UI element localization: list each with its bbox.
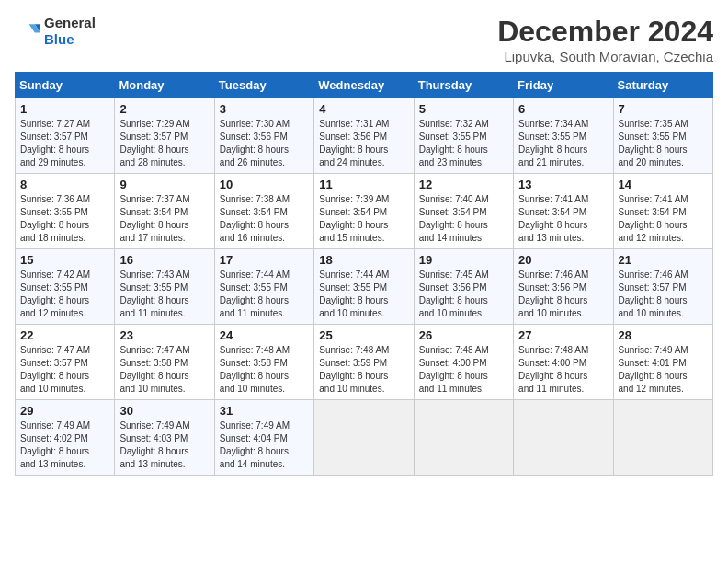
day-cell: 22Sunrise: 7:47 AM Sunset: 3:57 PM Dayli…: [16, 325, 115, 400]
day-detail: Sunrise: 7:41 AM Sunset: 3:54 PM Dayligh…: [619, 194, 688, 243]
day-number: 12: [419, 178, 508, 191]
location-title: Lipuvka, South Moravian, Czechia: [497, 49, 713, 64]
page-header: General Blue December 2024 Lipuvka, Sout…: [15, 15, 713, 64]
day-detail: Sunrise: 7:40 AM Sunset: 3:54 PM Dayligh…: [419, 194, 489, 243]
day-detail: Sunrise: 7:48 AM Sunset: 3:59 PM Dayligh…: [319, 345, 389, 394]
day-number: 7: [619, 102, 708, 116]
day-number: 31: [220, 404, 309, 418]
day-cell: 4Sunrise: 7:31 AM Sunset: 3:56 PM Daylig…: [314, 98, 414, 174]
day-number: 26: [419, 328, 508, 342]
day-cell: 15Sunrise: 7:42 AM Sunset: 3:55 PM Dayli…: [16, 249, 115, 325]
day-detail: Sunrise: 7:30 AM Sunset: 3:56 PM Dayligh…: [220, 119, 290, 167]
day-cell: 8Sunrise: 7:36 AM Sunset: 3:55 PM Daylig…: [16, 174, 115, 249]
day-detail: Sunrise: 7:43 AM Sunset: 3:55 PM Dayligh…: [119, 270, 189, 318]
day-detail: Sunrise: 7:37 AM Sunset: 3:54 PM Dayligh…: [119, 194, 189, 243]
day-cell: 6Sunrise: 7:34 AM Sunset: 3:55 PM Daylig…: [514, 98, 613, 174]
day-detail: Sunrise: 7:31 AM Sunset: 3:56 PM Dayligh…: [319, 119, 389, 167]
day-number: 1: [20, 102, 109, 116]
day-number: 13: [518, 178, 608, 191]
logo-icon: [15, 18, 40, 44]
day-cell: 24Sunrise: 7:48 AM Sunset: 3:58 PM Dayli…: [214, 325, 313, 400]
week-row-0: 1Sunrise: 7:27 AM Sunset: 3:57 PM Daylig…: [16, 98, 713, 174]
day-cell: 23Sunrise: 7:47 AM Sunset: 3:58 PM Dayli…: [115, 325, 214, 400]
day-cell: 9Sunrise: 7:37 AM Sunset: 3:54 PM Daylig…: [115, 174, 214, 249]
day-detail: Sunrise: 7:44 AM Sunset: 3:55 PM Dayligh…: [220, 270, 290, 318]
calendar-body: 1Sunrise: 7:27 AM Sunset: 3:57 PM Daylig…: [16, 98, 713, 476]
day-number: 22: [20, 328, 109, 342]
day-number: 3: [220, 102, 309, 116]
day-detail: Sunrise: 7:35 AM Sunset: 3:55 PM Dayligh…: [619, 119, 688, 167]
day-detail: Sunrise: 7:27 AM Sunset: 3:57 PM Dayligh…: [20, 119, 90, 167]
month-title: December 2024: [497, 15, 713, 49]
day-cell: 2Sunrise: 7:29 AM Sunset: 3:57 PM Daylig…: [115, 98, 214, 174]
day-cell: 1Sunrise: 7:27 AM Sunset: 3:57 PM Daylig…: [16, 98, 115, 174]
day-number: 20: [518, 253, 608, 267]
day-number: 30: [119, 404, 209, 418]
day-cell: 3Sunrise: 7:30 AM Sunset: 3:56 PM Daylig…: [214, 98, 313, 174]
day-cell: 26Sunrise: 7:48 AM Sunset: 4:00 PM Dayli…: [414, 325, 513, 400]
day-cell: 25Sunrise: 7:48 AM Sunset: 3:59 PM Dayli…: [314, 325, 414, 400]
day-number: 16: [119, 253, 209, 267]
weekday-row: Sunday Monday Tuesday Wednesday Thursday…: [16, 73, 713, 98]
day-detail: Sunrise: 7:34 AM Sunset: 3:55 PM Dayligh…: [518, 119, 588, 167]
day-cell: [414, 400, 513, 476]
day-number: 23: [119, 328, 209, 342]
week-row-4: 29Sunrise: 7:49 AM Sunset: 4:02 PM Dayli…: [16, 400, 713, 476]
day-detail: Sunrise: 7:48 AM Sunset: 4:00 PM Dayligh…: [419, 345, 489, 394]
day-detail: Sunrise: 7:49 AM Sunset: 4:04 PM Dayligh…: [220, 420, 290, 469]
day-cell: 5Sunrise: 7:32 AM Sunset: 3:55 PM Daylig…: [414, 98, 513, 174]
day-number: 29: [20, 404, 109, 418]
day-number: 14: [619, 178, 708, 191]
day-cell: 12Sunrise: 7:40 AM Sunset: 3:54 PM Dayli…: [414, 174, 513, 249]
day-cell: 29Sunrise: 7:49 AM Sunset: 4:02 PM Dayli…: [16, 400, 115, 476]
col-sunday: Sunday: [16, 73, 115, 98]
calendar-header: Sunday Monday Tuesday Wednesday Thursday…: [16, 73, 713, 98]
logo-text: General Blue: [44, 15, 96, 48]
day-number: 17: [220, 253, 309, 267]
day-detail: Sunrise: 7:47 AM Sunset: 3:58 PM Dayligh…: [119, 345, 189, 394]
day-cell: 14Sunrise: 7:41 AM Sunset: 3:54 PM Dayli…: [613, 174, 712, 249]
day-number: 21: [619, 253, 708, 267]
col-tuesday: Tuesday: [214, 73, 313, 98]
day-cell: 20Sunrise: 7:46 AM Sunset: 3:56 PM Dayli…: [514, 249, 613, 325]
day-number: 24: [220, 328, 309, 342]
day-cell: 16Sunrise: 7:43 AM Sunset: 3:55 PM Dayli…: [115, 249, 214, 325]
week-row-1: 8Sunrise: 7:36 AM Sunset: 3:55 PM Daylig…: [16, 174, 713, 249]
day-detail: Sunrise: 7:49 AM Sunset: 4:03 PM Dayligh…: [119, 420, 189, 469]
day-cell: [613, 400, 712, 476]
day-cell: [514, 400, 613, 476]
day-cell: 18Sunrise: 7:44 AM Sunset: 3:55 PM Dayli…: [314, 249, 414, 325]
day-number: 27: [518, 328, 608, 342]
day-detail: Sunrise: 7:41 AM Sunset: 3:54 PM Dayligh…: [518, 194, 588, 243]
col-monday: Monday: [115, 73, 214, 98]
day-cell: 17Sunrise: 7:44 AM Sunset: 3:55 PM Dayli…: [214, 249, 313, 325]
day-detail: Sunrise: 7:39 AM Sunset: 3:54 PM Dayligh…: [319, 194, 389, 243]
day-cell: [314, 400, 414, 476]
day-cell: 30Sunrise: 7:49 AM Sunset: 4:03 PM Dayli…: [115, 400, 214, 476]
day-detail: Sunrise: 7:46 AM Sunset: 3:57 PM Dayligh…: [619, 270, 688, 318]
day-number: 5: [419, 102, 508, 116]
day-detail: Sunrise: 7:46 AM Sunset: 3:56 PM Dayligh…: [518, 270, 588, 318]
day-detail: Sunrise: 7:44 AM Sunset: 3:55 PM Dayligh…: [319, 270, 389, 318]
day-detail: Sunrise: 7:42 AM Sunset: 3:55 PM Dayligh…: [20, 270, 90, 318]
day-number: 10: [220, 178, 309, 191]
day-detail: Sunrise: 7:36 AM Sunset: 3:55 PM Dayligh…: [20, 194, 90, 243]
day-detail: Sunrise: 7:49 AM Sunset: 4:01 PM Dayligh…: [619, 345, 688, 394]
day-detail: Sunrise: 7:38 AM Sunset: 3:54 PM Dayligh…: [220, 194, 290, 243]
day-detail: Sunrise: 7:45 AM Sunset: 3:56 PM Dayligh…: [419, 270, 489, 318]
day-cell: 21Sunrise: 7:46 AM Sunset: 3:57 PM Dayli…: [613, 249, 712, 325]
col-friday: Friday: [514, 73, 613, 98]
week-row-3: 22Sunrise: 7:47 AM Sunset: 3:57 PM Dayli…: [16, 325, 713, 400]
day-number: 19: [419, 253, 508, 267]
col-thursday: Thursday: [414, 73, 513, 98]
day-number: 8: [20, 178, 109, 191]
day-cell: 10Sunrise: 7:38 AM Sunset: 3:54 PM Dayli…: [214, 174, 313, 249]
day-detail: Sunrise: 7:47 AM Sunset: 3:57 PM Dayligh…: [20, 345, 90, 394]
day-detail: Sunrise: 7:48 AM Sunset: 3:58 PM Dayligh…: [220, 345, 290, 394]
title-block: December 2024 Lipuvka, South Moravian, C…: [497, 15, 713, 64]
day-number: 11: [319, 178, 408, 191]
col-wednesday: Wednesday: [314, 73, 414, 98]
day-cell: 28Sunrise: 7:49 AM Sunset: 4:01 PM Dayli…: [613, 325, 712, 400]
day-cell: 13Sunrise: 7:41 AM Sunset: 3:54 PM Dayli…: [514, 174, 613, 249]
calendar-table: Sunday Monday Tuesday Wednesday Thursday…: [15, 72, 713, 476]
